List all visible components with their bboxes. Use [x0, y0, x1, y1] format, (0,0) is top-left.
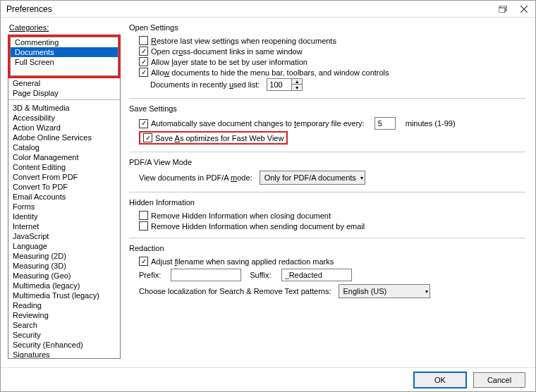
- restore-view-row: Restore last view settings when reopenin…: [139, 36, 525, 45]
- category-item[interactable]: Security: [8, 330, 120, 340]
- suffix-input[interactable]: [281, 269, 352, 281]
- restore-view-checkbox[interactable]: [139, 36, 148, 45]
- category-item[interactable]: Page Display: [8, 88, 120, 98]
- recent-docs-row: Documents in recently used list: ▲▼: [150, 78, 525, 91]
- separator: [129, 152, 525, 152]
- hidden-email-checkbox[interactable]: [139, 221, 148, 231]
- category-item[interactable]: Accessibility: [8, 113, 120, 123]
- layer-state-checkbox[interactable]: [139, 57, 148, 66]
- cross-doc-row: Open cross-document links in same window: [139, 47, 525, 56]
- category-item[interactable]: Commenting: [11, 37, 118, 47]
- category-item[interactable]: Content Editing: [8, 162, 120, 172]
- autosave-row: Automatically save document changes to t…: [139, 117, 525, 130]
- category-item[interactable]: JavaScript: [8, 231, 120, 241]
- hide-bars-row: Allow documents to hide the menu bar, to…: [139, 68, 525, 77]
- pdfa-row: View documents in PDF/A mode: Only for P…: [139, 171, 525, 185]
- recent-docs-input[interactable]: [267, 80, 291, 90]
- save-settings-title: Save Settings: [129, 104, 525, 113]
- autosave-label: Automatically save document changes to t…: [151, 119, 365, 128]
- category-item[interactable]: Measuring (3D): [8, 261, 120, 271]
- autosave-suffix: minutes (1-99): [406, 119, 456, 128]
- redaction-group: Redaction Adjust filename when saving ap…: [129, 244, 525, 298]
- spin-down-icon[interactable]: ▼: [292, 85, 302, 90]
- category-item[interactable]: Catalog: [8, 142, 120, 152]
- pdfa-mode-value: Only for PDF/A documents: [264, 173, 356, 182]
- fastweb-label: Save As optimizes for Fast Web View: [155, 134, 284, 142]
- cross-doc-checkbox[interactable]: [139, 47, 148, 56]
- svg-rect-1: [499, 8, 505, 13]
- category-item[interactable]: Forms: [8, 202, 120, 212]
- separator: [129, 238, 525, 238]
- open-settings-title: Open Settings: [129, 23, 525, 32]
- category-item[interactable]: Signatures: [8, 350, 120, 359]
- pdfa-mode-select[interactable]: Only for PDF/A documents ▾: [260, 171, 365, 185]
- prefix-input[interactable]: [171, 269, 241, 281]
- category-item[interactable]: Reading: [8, 300, 120, 310]
- category-item[interactable]: Full Screen: [11, 57, 118, 67]
- category-item[interactable]: Language: [8, 241, 120, 251]
- fastweb-highlight: Save As optimizes for Fast Web View: [139, 131, 288, 145]
- localization-label: Choose localization for Search & Remove …: [139, 287, 331, 295]
- pdfa-title: PDF/A View Mode: [129, 158, 525, 166]
- cancel-button[interactable]: Cancel: [473, 372, 525, 388]
- category-item[interactable]: Security (Enhanced): [8, 340, 120, 350]
- category-item[interactable]: Documents: [11, 47, 118, 57]
- spin-up-icon[interactable]: ▲: [292, 79, 302, 85]
- category-item[interactable]: Action Wizard: [8, 123, 120, 133]
- hide-bars-checkbox[interactable]: [139, 68, 148, 77]
- fastweb-checkbox[interactable]: [143, 133, 152, 142]
- autosave-checkbox[interactable]: [139, 119, 148, 128]
- category-item[interactable]: Color Management: [8, 152, 120, 162]
- category-item[interactable]: General: [8, 78, 120, 88]
- category-item[interactable]: Adobe Online Services: [8, 133, 120, 142]
- separator: [129, 192, 525, 192]
- categories-highlight: CommentingDocumentsFull Screen: [8, 35, 121, 78]
- adjust-filename-label: Adjust filename when saving applied reda…: [151, 257, 334, 266]
- recent-docs-label: Documents in recently used list:: [150, 80, 260, 89]
- chevron-down-icon: ▾: [360, 175, 363, 181]
- category-item[interactable]: Measuring (Geo): [8, 271, 120, 281]
- hidden-close-row: Remove Hidden Information when closing d…: [139, 211, 525, 220]
- hide-bars-label: Allow documents to hide the menu bar, to…: [151, 68, 389, 77]
- categories-list-top[interactable]: CommentingDocumentsFull Screen: [10, 37, 118, 76]
- chevron-down-icon: ▾: [425, 288, 428, 295]
- redaction-title: Redaction: [129, 244, 525, 252]
- separator: [129, 98, 525, 99]
- ok-button[interactable]: OK: [414, 372, 466, 388]
- adjust-filename-checkbox[interactable]: [139, 257, 148, 266]
- restore-view-label: Restore last view settings when reopenin…: [151, 37, 336, 45]
- category-item[interactable]: 3D & Multimedia: [8, 103, 120, 113]
- category-item[interactable]: Convert To PDF: [8, 182, 120, 192]
- category-item[interactable]: Multimedia Trust (legacy): [8, 290, 120, 300]
- title-bar: Preferences: [1, 1, 535, 18]
- categories-list[interactable]: GeneralPage Display3D & MultimediaAccess…: [8, 78, 121, 359]
- autosave-minutes-input[interactable]: [374, 117, 396, 130]
- close-icon[interactable]: [517, 3, 531, 16]
- restore-icon[interactable]: [496, 3, 510, 16]
- category-item[interactable]: Measuring (2D): [8, 251, 120, 261]
- hidden-email-row: Remove Hidden Information when sending d…: [139, 221, 525, 231]
- adjust-filename-row: Adjust filename when saving applied reda…: [139, 257, 525, 266]
- pdfa-group: PDF/A View Mode View documents in PDF/A …: [129, 158, 525, 185]
- category-item[interactable]: Identity: [8, 212, 120, 221]
- category-item[interactable]: Reviewing: [8, 310, 120, 320]
- category-item[interactable]: Internet: [8, 221, 120, 231]
- dialog-footer: OK Cancel: [1, 367, 535, 391]
- suffix-label: Suffix:: [250, 271, 271, 279]
- recent-docs-stepper[interactable]: ▲▼: [267, 78, 303, 91]
- cross-doc-label: Open cross-document links in same window: [151, 47, 303, 56]
- category-item[interactable]: Multimedia (legacy): [8, 281, 120, 290]
- fastweb-row: Save As optimizes for Fast Web View: [139, 131, 525, 145]
- layer-state-row: Allow layer state to be set by user info…: [139, 57, 525, 66]
- category-item[interactable]: Search: [8, 320, 120, 330]
- localization-select[interactable]: English (US) ▾: [339, 284, 430, 298]
- prefix-label: Prefix:: [139, 271, 161, 279]
- hidden-close-checkbox[interactable]: [139, 211, 148, 220]
- save-settings-group: Save Settings Automatically save documen…: [129, 104, 525, 145]
- list-divider: [8, 99, 120, 102]
- window-controls: [496, 3, 531, 16]
- category-item[interactable]: Email Accounts: [8, 192, 120, 202]
- hidden-email-label: Remove Hidden Information when sending d…: [151, 222, 365, 231]
- category-item[interactable]: Convert From PDF: [8, 172, 120, 182]
- window-title: Preferences: [6, 4, 52, 14]
